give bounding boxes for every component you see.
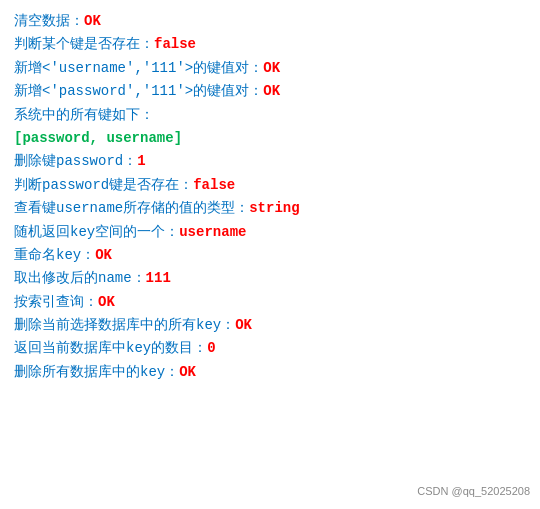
line4: 新增<'password','111'>的键值对： OK [14,80,526,102]
line15: 返回当前数据库中key的数目： 0 [14,337,526,359]
line3: 新增<'username','111'>的键值对： OK [14,57,526,79]
line6: [password, username] [14,127,526,149]
output-container: 清空数据： OK判断某个键是否存在： false新增<'username','1… [14,10,526,383]
line11: 重命名key： OK [14,244,526,266]
line16: 删除所有数据库中的key： OK [14,361,526,383]
line1: 清空数据： OK [14,10,526,32]
line13: 按索引查询： OK [14,291,526,313]
line9: 查看键username所存储的值的类型： string [14,197,526,219]
line12: 取出修改后的name： 111 [14,267,526,289]
watermark: CSDN @qq_52025208 [417,483,530,501]
line14: 删除当前选择数据库中的所有key： OK [14,314,526,336]
line5: 系统中的所有键如下： [14,104,526,126]
line10: 随机返回key空间的一个： username [14,221,526,243]
line8: 判断password键是否存在： false [14,174,526,196]
line2: 判断某个键是否存在： false [14,33,526,55]
line7: 删除键password： 1 [14,150,526,172]
